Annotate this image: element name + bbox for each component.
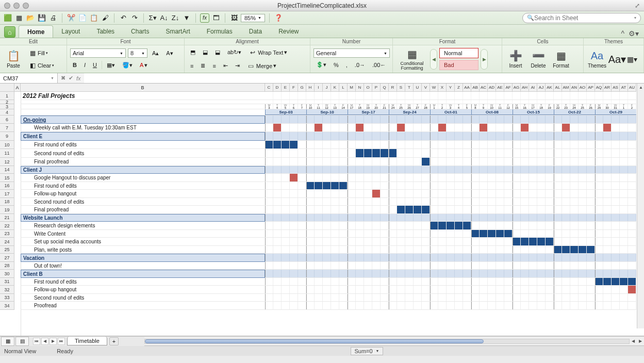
row-header-3[interactable]: 3 — [0, 104, 14, 109]
sheet-nav-first[interactable]: ⏮ — [33, 338, 40, 345]
gantt-cell[interactable] — [562, 222, 570, 229]
gantt-cell[interactable] — [438, 254, 447, 261]
gantt-cell[interactable] — [595, 158, 603, 166]
gantt-cell[interactable] — [306, 278, 315, 285]
gantt-cell[interactable] — [579, 132, 587, 140]
row-header-14[interactable]: 14 — [0, 166, 14, 174]
gantt-cell[interactable] — [348, 294, 356, 301]
gantt-cell[interactable] — [603, 166, 612, 173]
gantt-cell[interactable] — [356, 270, 364, 277]
gantt-cell[interactable] — [620, 238, 628, 245]
col-header-AA[interactable]: AA — [463, 84, 471, 92]
gantt-cell[interactable] — [537, 198, 546, 205]
gantt-cell[interactable] — [603, 246, 612, 253]
gantt-cell[interactable] — [389, 141, 397, 148]
gantt-cell[interactable] — [595, 149, 603, 157]
gantt-cell[interactable] — [570, 190, 579, 197]
gantt-cell[interactable] — [306, 174, 315, 182]
cell-B14[interactable]: Client J — [21, 166, 265, 174]
gantt-cell[interactable] — [463, 214, 471, 221]
gantt-cell[interactable] — [603, 302, 612, 309]
gantt-cell[interactable] — [315, 214, 323, 221]
gantt-cell[interactable] — [372, 141, 381, 148]
gantt-cell[interactable] — [422, 149, 430, 157]
col-header-X[interactable]: X — [438, 84, 447, 92]
gantt-cell[interactable] — [356, 182, 364, 189]
gantt-cell[interactable] — [587, 278, 595, 285]
gantt-cell[interactable] — [306, 116, 315, 123]
col-header-AO[interactable]: AO — [579, 84, 587, 92]
gantt-cell[interactable] — [397, 182, 405, 189]
gantt-cell[interactable] — [331, 206, 339, 213]
gantt-cell[interactable] — [273, 254, 282, 261]
gantt-cell[interactable] — [521, 246, 529, 253]
cell-B28[interactable]: Out of town! — [21, 262, 265, 270]
gantt-cell[interactable] — [348, 254, 356, 261]
gantt-cell[interactable] — [372, 174, 381, 182]
fill-button[interactable]: ▦Fill▾ — [26, 47, 57, 59]
gantt-cell[interactable] — [331, 116, 339, 123]
gantt-cell[interactable] — [414, 166, 422, 173]
gantt-cell[interactable] — [323, 174, 331, 182]
col-header-D[interactable]: D — [273, 84, 282, 92]
gantt-cell[interactable] — [372, 198, 381, 205]
gantt-cell[interactable] — [455, 158, 463, 166]
gantt-cell[interactable] — [273, 132, 282, 140]
row-header-18[interactable]: 18 — [0, 198, 14, 206]
cut-icon[interactable]: ✂️ — [67, 13, 76, 23]
gantt-cell[interactable] — [356, 254, 364, 261]
gantt-cell[interactable] — [331, 182, 339, 189]
gantt-cell[interactable] — [364, 158, 372, 166]
gantt-cell[interactable] — [282, 182, 290, 189]
gantt-cell[interactable] — [488, 262, 496, 269]
gantt-cell[interactable] — [546, 190, 554, 197]
gantt-cell[interactable] — [628, 206, 636, 213]
gantt-cell[interactable] — [356, 166, 364, 173]
gantt-cell[interactable] — [397, 302, 405, 309]
col-header-AG[interactable]: AG — [513, 84, 521, 92]
gantt-cell[interactable] — [529, 294, 537, 301]
gantt-cell[interactable] — [628, 278, 636, 285]
gantt-cell[interactable] — [562, 278, 570, 285]
gantt-cell[interactable] — [480, 141, 488, 148]
gantt-cell[interactable] — [463, 198, 471, 205]
gantt-cell[interactable] — [595, 124, 603, 131]
gantt-cell[interactable] — [455, 302, 463, 309]
gantt-cell[interactable] — [389, 294, 397, 301]
gantt-cell[interactable] — [438, 116, 447, 123]
gantt-cell[interactable] — [496, 238, 504, 245]
row-header-31[interactable]: 31 — [0, 278, 14, 286]
gantt-cell[interactable] — [290, 222, 298, 229]
gantt-cell[interactable] — [273, 116, 282, 123]
gantt-cell[interactable] — [372, 270, 381, 277]
gantt-cell[interactable] — [306, 190, 315, 197]
gantt-cell[interactable] — [364, 230, 372, 237]
gantt-cell[interactable] — [570, 278, 579, 285]
gantt-cell[interactable] — [282, 116, 290, 123]
gantt-cell[interactable] — [430, 254, 438, 261]
gantt-cell[interactable] — [282, 270, 290, 277]
gantt-cell[interactable] — [521, 158, 529, 166]
gantt-cell[interactable] — [587, 124, 595, 131]
bold-button[interactable]: B — [70, 60, 79, 70]
gantt-cell[interactable] — [537, 124, 546, 131]
font-size-combo[interactable]: 8▼ — [128, 48, 147, 58]
gantt-cell[interactable] — [595, 190, 603, 197]
gantt-cell[interactable] — [587, 262, 595, 269]
ribbon-tab-home[interactable]: Home — [19, 25, 53, 38]
gantt-cell[interactable] — [315, 294, 323, 301]
gantt-cell[interactable] — [587, 214, 595, 221]
gantt-cell[interactable] — [628, 246, 636, 253]
gantt-cell[interactable] — [282, 190, 290, 197]
gantt-cell[interactable] — [471, 116, 480, 123]
gantt-cell[interactable] — [504, 166, 513, 173]
gantt-cell[interactable] — [265, 132, 273, 140]
ribbon-home-icon[interactable]: ⌂ — [4, 26, 15, 38]
gantt-cell[interactable] — [356, 214, 364, 221]
print-icon[interactable]: 🖨 — [48, 13, 58, 23]
cell-B19[interactable]: Final proofread — [21, 206, 265, 214]
gantt-cell[interactable] — [430, 158, 438, 166]
gantt-cell[interactable] — [480, 116, 488, 123]
gantt-cell[interactable] — [430, 116, 438, 123]
gantt-cell[interactable] — [562, 190, 570, 197]
